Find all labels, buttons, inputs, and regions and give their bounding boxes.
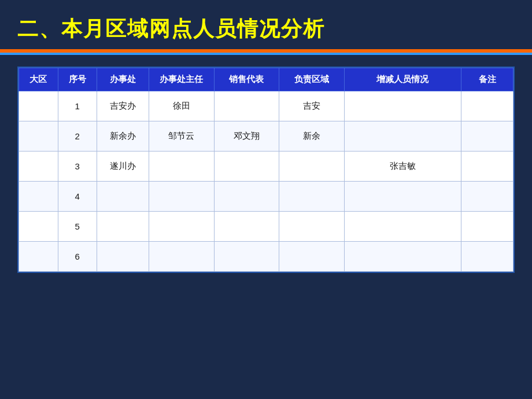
cell-banshichu-2: 遂川办 xyxy=(97,152,149,182)
data-table: 大区 序号 办事处 办事处主任 销售代表 负责区域 增减人员情况 备注 1吉安办… xyxy=(19,68,513,272)
table-row: 6 xyxy=(19,242,513,272)
header-beizhu: 备注 xyxy=(461,68,513,91)
table-row: 1吉安办徐田吉安 xyxy=(19,91,513,121)
cell-banshichu-4 xyxy=(97,212,149,242)
cell-daqu-1 xyxy=(19,121,58,152)
cell-daibiao-5 xyxy=(214,242,279,272)
cell-daqu-2 xyxy=(19,152,58,182)
cell-zengjian-5 xyxy=(344,242,461,272)
cell-daqu-4 xyxy=(19,212,58,242)
cell-zhuren-5 xyxy=(149,242,215,272)
cell-banshichu-1: 新余办 xyxy=(97,121,149,152)
cell-daibiao-2 xyxy=(214,152,279,182)
cell-xuhao-3: 4 xyxy=(58,182,97,212)
cell-zengjian-2: 张吉敏 xyxy=(344,152,461,182)
top-bar xyxy=(0,0,532,5)
content-area: 大区 序号 办事处 办事处主任 销售代表 负责区域 增减人员情况 备注 1吉安办… xyxy=(0,55,532,382)
header-banshichu: 办事处 xyxy=(97,68,149,91)
cell-banshichu-5 xyxy=(97,242,149,272)
cell-daibiao-4 xyxy=(214,212,279,242)
table-row: 5 xyxy=(19,212,513,242)
cell-daibiao-3 xyxy=(214,182,279,212)
cell-zhuren-1: 邹节云 xyxy=(149,121,215,152)
cell-quyu-3 xyxy=(279,182,345,212)
cell-xuhao-5: 6 xyxy=(58,242,97,272)
cell-quyu-5 xyxy=(279,242,345,272)
cell-beizhu-1 xyxy=(461,121,513,152)
header-daibiao: 销售代表 xyxy=(214,68,279,91)
cell-banshichu-3 xyxy=(97,182,149,212)
cell-zhuren-4 xyxy=(149,212,215,242)
cell-beizhu-5 xyxy=(461,242,513,272)
cell-zhuren-2 xyxy=(149,152,215,182)
header-xuhao: 序号 xyxy=(58,68,97,91)
table-row: 4 xyxy=(19,182,513,212)
cell-zengjian-0 xyxy=(344,91,461,121)
cell-quyu-4 xyxy=(279,212,345,242)
title-section: 二、本月区域网点人员情况分析 xyxy=(0,5,532,49)
cell-beizhu-4 xyxy=(461,212,513,242)
table-row: 3遂川办张吉敏 xyxy=(19,152,513,182)
cell-xuhao-2: 3 xyxy=(58,152,97,182)
cell-quyu-2 xyxy=(279,152,345,182)
cell-beizhu-3 xyxy=(461,182,513,212)
cell-zengjian-1 xyxy=(344,121,461,152)
cell-banshichu-0: 吉安办 xyxy=(97,91,149,121)
cell-beizhu-2 xyxy=(461,152,513,182)
cell-quyu-0: 吉安 xyxy=(279,91,345,121)
header-zhuren: 办事处主任 xyxy=(149,68,215,91)
table-row: 2新余办邹节云邓文翔新余 xyxy=(19,121,513,152)
cell-daibiao-1: 邓文翔 xyxy=(214,121,279,152)
cell-xuhao-4: 5 xyxy=(58,212,97,242)
cell-beizhu-0 xyxy=(461,91,513,121)
cell-quyu-1: 新余 xyxy=(279,121,345,152)
header-quyu: 负责区域 xyxy=(279,68,345,91)
table-header-row: 大区 序号 办事处 办事处主任 销售代表 负责区域 增减人员情况 备注 xyxy=(19,68,513,91)
page-title: 二、本月区域网点人员情况分析 xyxy=(17,15,515,43)
cell-zengjian-3 xyxy=(344,182,461,212)
cell-zhuren-0: 徐田 xyxy=(149,91,215,121)
header-daqu: 大区 xyxy=(19,68,58,91)
bottom-area xyxy=(0,382,532,399)
cell-zengjian-4 xyxy=(344,212,461,242)
cell-daqu-5 xyxy=(19,242,58,272)
cell-daqu-3 xyxy=(19,182,58,212)
cell-xuhao-0: 1 xyxy=(58,91,97,121)
cell-daqu-0 xyxy=(19,91,58,121)
table-body: 1吉安办徐田吉安2新余办邹节云邓文翔新余3遂川办张吉敏456 xyxy=(19,91,513,272)
table-wrapper: 大区 序号 办事处 办事处主任 销售代表 负责区域 增减人员情况 备注 1吉安办… xyxy=(17,66,515,273)
header-zengjian: 增减人员情况 xyxy=(344,68,461,91)
cell-xuhao-1: 2 xyxy=(58,121,97,152)
cell-daibiao-0 xyxy=(214,91,279,121)
cell-zhuren-3 xyxy=(149,182,215,212)
